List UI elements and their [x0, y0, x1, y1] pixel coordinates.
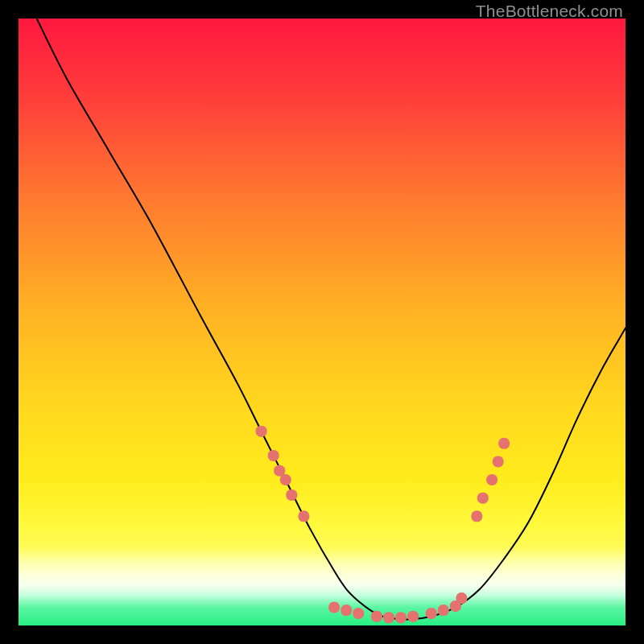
data-marker [268, 450, 279, 461]
data-marker [407, 611, 419, 622]
data-marker [456, 592, 467, 604]
data-marker [438, 605, 449, 616]
data-marker [341, 605, 352, 616]
data-marker [298, 510, 309, 522]
data-marker [371, 611, 382, 622]
chart-frame [19, 19, 625, 625]
data-marker [477, 493, 489, 504]
data-marker [493, 456, 504, 467]
data-marker [486, 474, 497, 485]
data-marker [395, 612, 407, 623]
data-marker [383, 612, 394, 623]
data-marker [256, 426, 267, 437]
data-marker [471, 510, 482, 522]
watermark-text: TheBottleneck.com [476, 2, 623, 21]
data-marker [426, 608, 437, 619]
data-markers [256, 426, 510, 624]
data-marker [286, 489, 297, 501]
data-marker [328, 601, 340, 613]
bottleneck-curve [37, 19, 625, 620]
data-marker [353, 608, 364, 619]
data-marker [280, 474, 291, 485]
data-marker [498, 438, 510, 449]
chart-plot [19, 19, 625, 625]
